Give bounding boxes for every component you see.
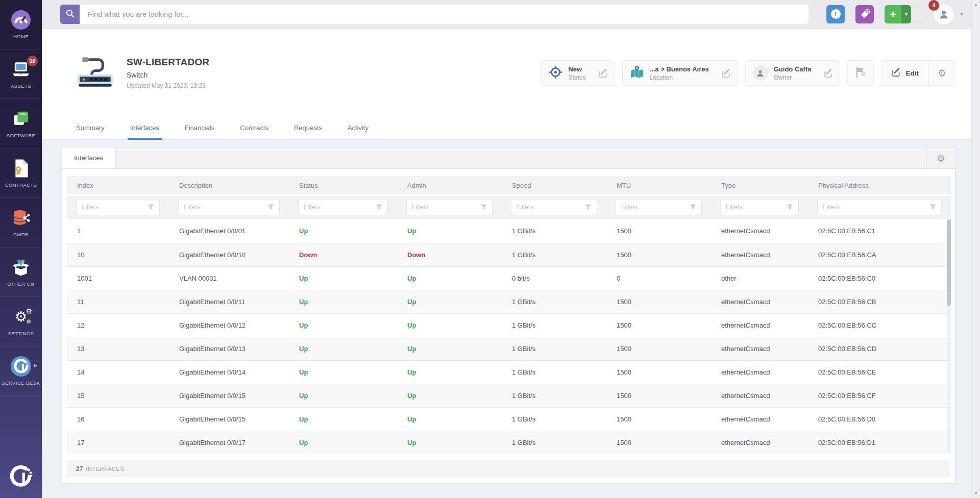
table-row[interactable]: 10 GigabitEthernet 0/0/10 Down Down 1 GB…	[67, 243, 951, 266]
cell-type: ethernetCsmacd	[711, 407, 808, 431]
status-card[interactable]: New Status	[541, 60, 615, 86]
sidebar-item-other-cis[interactable]: OTHER CIs	[0, 247, 42, 297]
flag-button[interactable]	[847, 60, 874, 86]
table-row[interactable]: 12 GigabitEthernet 0/0/12 Up Up 1 GBit/s…	[67, 313, 951, 337]
edit-owner-icon[interactable]	[823, 68, 833, 78]
info-button[interactable]: !	[826, 5, 845, 23]
cell-physical-address: 02:5C:00:EB:56:CC	[808, 313, 951, 337]
location-card[interactable]: ...a > Buenos Aires Location	[622, 60, 738, 86]
search-input[interactable]	[80, 5, 808, 24]
tab-interfaces[interactable]: Interfaces	[128, 117, 162, 140]
interfaces-panel: Interfaces ⚙ Index Description	[61, 147, 955, 484]
cell-description: VLAN 00001	[169, 266, 289, 290]
cell-type: ethernetCsmacd	[711, 384, 808, 407]
table-row[interactable]: 15 GigabitEthernet 0/0/15 Up Up 1 GBit/s…	[67, 384, 951, 407]
add-button[interactable]: + ▼	[885, 5, 911, 23]
filter-index	[76, 199, 160, 215]
sidebar-item-home[interactable]: HOME	[0, 0, 42, 49]
table-row[interactable]: 13 GigabitEthernet 0/0/13 Up Up 1 GBit/s…	[67, 337, 951, 360]
cell-physical-address: 02:5C:00:EB:56:CB	[808, 290, 951, 313]
add-dropdown-caret-icon[interactable]: ▼	[901, 5, 911, 23]
service-desk-expand-chevron[interactable]: ▶	[34, 363, 37, 368]
filter-mtu-input[interactable]	[621, 204, 690, 211]
cell-status: Up	[299, 227, 308, 235]
edit-location-icon[interactable]	[721, 68, 731, 78]
panel-tab-interfaces[interactable]: Interfaces	[62, 147, 116, 168]
cell-type: ethernetCsmacd	[711, 360, 808, 384]
location-label: Location	[650, 74, 709, 81]
interface-count-label: INTERFACES	[86, 466, 124, 472]
plus-icon: +	[885, 5, 901, 23]
search-button[interactable]	[60, 5, 80, 24]
edit-button-label: Edit	[905, 69, 919, 77]
col-header-description[interactable]: Description	[169, 176, 289, 195]
filter-index-input[interactable]	[82, 204, 148, 211]
col-header-index[interactable]: Index	[67, 176, 169, 195]
tab-requests[interactable]: Requests	[291, 117, 325, 140]
scroll-up-arrow-icon[interactable]: ▲	[974, 3, 978, 7]
cell-admin: Up	[407, 345, 416, 353]
sidebar-item-assets[interactable]: 10 ASSETS	[0, 49, 42, 99]
col-header-status[interactable]: Status	[289, 176, 397, 195]
cell-index: 1001	[67, 266, 169, 290]
global-search	[60, 5, 808, 24]
edit-status-icon[interactable]	[598, 68, 608, 78]
tags-button[interactable]	[855, 5, 874, 23]
tab-activity[interactable]: Activity	[345, 117, 371, 140]
table-row[interactable]: 1 GigabitEthernet 0/0/01 Up Up 1 GBit/s …	[67, 219, 951, 243]
cell-status: Up	[299, 321, 308, 329]
filter-status-input[interactable]	[304, 204, 376, 211]
table-scrollbar-thumb[interactable]	[947, 219, 951, 306]
cell-speed: 1 GBit/s	[502, 313, 606, 337]
asset-titles: SW-LIBERTADOR Switch Updated May 31 2023…	[127, 57, 209, 89]
filter-admin-input[interactable]	[412, 204, 480, 211]
status-value: New	[568, 65, 585, 73]
cell-admin: Up	[407, 321, 416, 329]
table-row[interactable]: 11 GigabitEthernet 0/0/11 Up Up 1 GBit/s…	[67, 290, 951, 313]
col-header-mtu[interactable]: MTU	[606, 176, 711, 195]
cell-description: GigabitEthernet 0/0/11	[169, 290, 289, 313]
filter-speed-input[interactable]	[517, 204, 585, 211]
cell-admin: Up	[407, 392, 416, 400]
col-header-speed[interactable]: Speed	[502, 176, 606, 195]
filter-type-input[interactable]	[726, 204, 787, 211]
sidebar-item-contracts[interactable]: CONTRACTS	[0, 148, 42, 198]
sidebar-item-software[interactable]: SOFTWARE	[0, 99, 42, 148]
table-row[interactable]: 1001 VLAN 00001 Up Up 0 bit/s 0 other 02…	[67, 266, 951, 290]
edit-button[interactable]: Edit	[881, 61, 928, 85]
col-header-physical-address[interactable]: Physical Address	[808, 176, 951, 195]
panel-settings-gear-icon[interactable]: ⚙	[926, 147, 955, 168]
table-row[interactable]: 16 GigabitEthernet 0/0/15 Up Up 1 GBit/s…	[67, 407, 951, 431]
col-header-type[interactable]: Type	[711, 176, 808, 195]
page-scrollbar[interactable]: ▲ ▼	[971, 0, 980, 498]
scroll-down-arrow-icon[interactable]: ▼	[974, 491, 978, 495]
table-header-row: Index Description Status Admin Speed MTU…	[67, 176, 951, 195]
col-header-admin[interactable]: Admin	[397, 176, 502, 195]
table-row[interactable]: 17 GigabitEthernet 0/0/17 Up Up 1 GBit/s…	[67, 431, 951, 454]
user-menu-caret-icon[interactable]: ▼	[959, 11, 964, 17]
cell-status: Up	[299, 275, 308, 282]
filter-description-input[interactable]	[184, 204, 267, 211]
cell-mtu: 1500	[606, 243, 711, 266]
filter-mtu	[616, 199, 702, 215]
tab-contracts[interactable]: Contracts	[237, 117, 271, 140]
table-row[interactable]: 14 GigabitEthernet 0/0/14 Up Up 1 GBit/s…	[67, 360, 951, 384]
tab-financials[interactable]: Financials	[182, 117, 217, 140]
interfaces-table: Index Description Status Admin Speed MTU…	[67, 176, 950, 454]
cell-physical-address: 02:5C:00:EB:56:D1	[808, 431, 951, 454]
cell-type: ethernetCsmacd	[711, 219, 808, 243]
sidebar-item-settings[interactable]: ⚙⚙⚙ SETTINGS	[0, 297, 42, 346]
notification-badge: 4	[928, 0, 939, 11]
filter-physical-address-input[interactable]	[823, 204, 929, 211]
owner-card[interactable]: Guido Caffa Owner	[745, 60, 841, 86]
asset-settings-gear-icon[interactable]: ⚙	[929, 61, 955, 85]
user-menu[interactable]: 4 ▼	[933, 4, 964, 25]
sidebar-item-cmdb[interactable]: CMDB	[0, 198, 42, 247]
table-scrollbar[interactable]	[947, 219, 951, 453]
other-cis-box-icon	[11, 257, 31, 278]
owner-label: Owner	[774, 74, 812, 81]
cell-admin: Up	[407, 368, 416, 376]
sidebar-item-service-desk[interactable]: ▶ SERVICE DESK	[0, 346, 42, 396]
cell-admin: Up	[407, 275, 416, 282]
tab-summary[interactable]: Summary	[74, 117, 107, 140]
